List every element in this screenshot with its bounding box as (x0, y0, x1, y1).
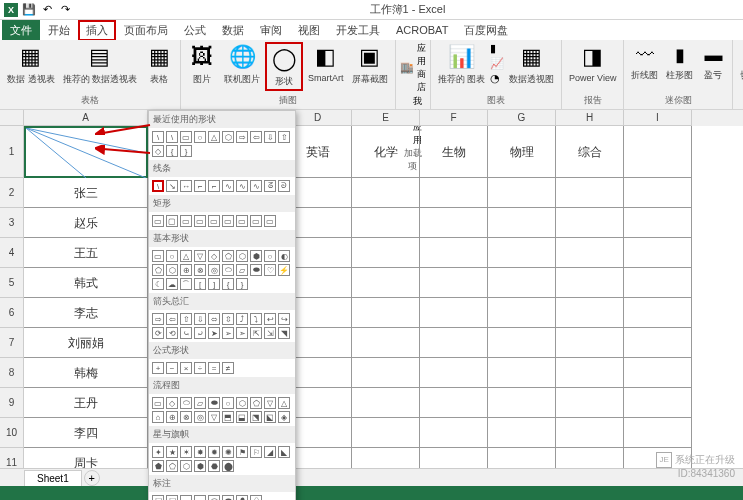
shape-item[interactable]: ⊕ (166, 411, 178, 423)
shape-item[interactable]: ◎ (208, 264, 220, 276)
cell[interactable] (352, 418, 420, 448)
shape-item[interactable]: \ (152, 131, 164, 143)
cell[interactable] (488, 418, 556, 448)
shape-item[interactable]: ⬮ (236, 495, 248, 500)
cell[interactable] (556, 178, 624, 208)
shape-item[interactable]: ◎ (194, 411, 206, 423)
row-header-8[interactable]: 8 (0, 358, 24, 388)
shape-item[interactable]: ⚐ (250, 446, 262, 458)
cell-g1[interactable]: 物理 (488, 126, 556, 178)
shape-item[interactable]: ⬠ (152, 264, 164, 276)
shape-item[interactable]: ⬡ (236, 250, 248, 262)
cell[interactable] (488, 268, 556, 298)
sparkline-column-button[interactable]: ▮柱形图 (663, 42, 696, 83)
cell[interactable] (488, 178, 556, 208)
shape-item[interactable]: ▽ (208, 411, 220, 423)
line-chart-button[interactable]: 📈 (490, 57, 504, 71)
shape-item[interactable]: ▭ (250, 215, 262, 227)
shapes-button[interactable]: ◯形状 (265, 42, 303, 91)
shape-item[interactable]: ⇱ (250, 327, 262, 339)
cell[interactable] (352, 208, 420, 238)
cell[interactable] (420, 388, 488, 418)
bar-chart-button[interactable]: ▮ (490, 42, 504, 56)
cell-a10[interactable]: 李四 (24, 418, 148, 448)
store-button[interactable]: 🏬应用商店 (400, 42, 426, 94)
shape-item[interactable]: ⚑ (236, 446, 248, 458)
pivot-chart-button[interactable]: ▦数据透视图 (506, 42, 557, 87)
cell[interactable] (556, 298, 624, 328)
undo-icon[interactable]: ↶ (40, 3, 54, 17)
shape-item[interactable]: − (166, 362, 178, 374)
shape-item[interactable]: ☁ (194, 495, 206, 500)
shape-item[interactable]: ⌐ (194, 180, 206, 192)
cell[interactable] (556, 268, 624, 298)
cell[interactable] (352, 178, 420, 208)
cell[interactable] (624, 358, 692, 388)
shape-item[interactable]: ▭ (194, 215, 206, 227)
shape-item[interactable]: ▭ (180, 131, 192, 143)
shape-item[interactable]: ⬒ (222, 411, 234, 423)
shape-item[interactable]: ▱ (236, 264, 248, 276)
tab-data[interactable]: 数据 (214, 20, 252, 41)
cell[interactable] (352, 388, 420, 418)
cell[interactable] (624, 298, 692, 328)
row-header-6[interactable]: 6 (0, 298, 24, 328)
shape-item[interactable]: ○ (222, 397, 234, 409)
shape-item[interactable]: ⬡ (222, 131, 234, 143)
cell[interactable] (488, 238, 556, 268)
shape-item[interactable]: ✺ (222, 446, 234, 458)
shape-item[interactable]: ∿ (250, 180, 262, 192)
cell-a8[interactable]: 韩梅 (24, 358, 148, 388)
shape-item[interactable]: ⬠ (166, 460, 178, 472)
cell-a4[interactable]: 王五 (24, 238, 148, 268)
cell[interactable] (624, 178, 692, 208)
shape-item[interactable]: ↪ (278, 313, 290, 325)
shape-item[interactable]: ⬔ (250, 411, 262, 423)
shape-item[interactable]: ▢ (166, 215, 178, 227)
online-pictures-button[interactable]: 🌐联机图片 (221, 42, 263, 87)
shape-item[interactable]: ∿ (236, 180, 248, 192)
shape-item[interactable]: + (152, 362, 164, 374)
col-header-g[interactable]: G (488, 110, 556, 126)
tab-view[interactable]: 视图 (290, 20, 328, 41)
cell[interactable] (624, 268, 692, 298)
shape-line-item[interactable]: \ (152, 180, 164, 192)
shape-item[interactable]: ⬄ (208, 313, 220, 325)
shape-item[interactable]: △ (180, 250, 192, 262)
shape-item[interactable]: ⬭ (222, 264, 234, 276)
shape-item[interactable]: ☐ (166, 495, 178, 500)
cell[interactable] (420, 328, 488, 358)
shape-item[interactable]: ☁ (166, 278, 178, 290)
shape-item[interactable]: ✸ (194, 446, 206, 458)
sparkline-winloss-button[interactable]: ▬盈亏 (698, 42, 728, 83)
add-sheet-button[interactable]: + (84, 470, 100, 486)
shape-item[interactable]: ⟳ (152, 327, 164, 339)
cell-e1[interactable]: 化学 (352, 126, 420, 178)
cell-a5[interactable]: 韩式 (24, 268, 148, 298)
col-header-e[interactable]: E (352, 110, 420, 126)
shape-item[interactable]: ⇧ (278, 131, 290, 143)
shape-item[interactable]: ∿ (222, 180, 234, 192)
shape-item[interactable]: △ (278, 397, 290, 409)
row-header-5[interactable]: 5 (0, 268, 24, 298)
tab-file[interactable]: 文件 (2, 20, 40, 41)
cell[interactable] (556, 358, 624, 388)
cell-a9[interactable]: 王丹 (24, 388, 148, 418)
shape-item[interactable]: ◣ (278, 446, 290, 458)
cell[interactable] (420, 238, 488, 268)
row-header-1[interactable]: 1 (0, 126, 24, 178)
cell[interactable] (556, 328, 624, 358)
powerview-button[interactable]: ◨Power View (566, 42, 619, 84)
shape-item[interactable]: ➣ (236, 327, 248, 339)
cell[interactable] (556, 418, 624, 448)
shape-item[interactable]: ✶ (180, 446, 192, 458)
shape-item[interactable]: ⬡ (236, 397, 248, 409)
shape-item[interactable]: \ (166, 131, 178, 143)
cell[interactable] (624, 208, 692, 238)
sheet-tab-1[interactable]: Sheet1 (24, 470, 82, 486)
shape-item[interactable]: ⬡ (166, 264, 178, 276)
cell[interactable] (624, 328, 692, 358)
shape-item[interactable]: ≠ (222, 362, 234, 374)
table-button[interactable]: ▦表格 (142, 42, 176, 87)
shape-item[interactable]: { (166, 145, 178, 157)
